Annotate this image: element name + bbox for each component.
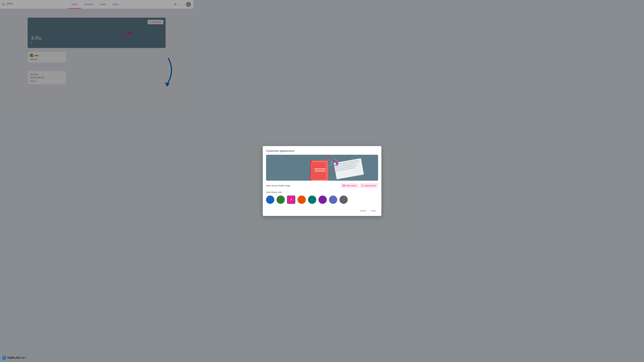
modal-overlay[interactable]: Customize appearance	[0, 0, 193, 109]
